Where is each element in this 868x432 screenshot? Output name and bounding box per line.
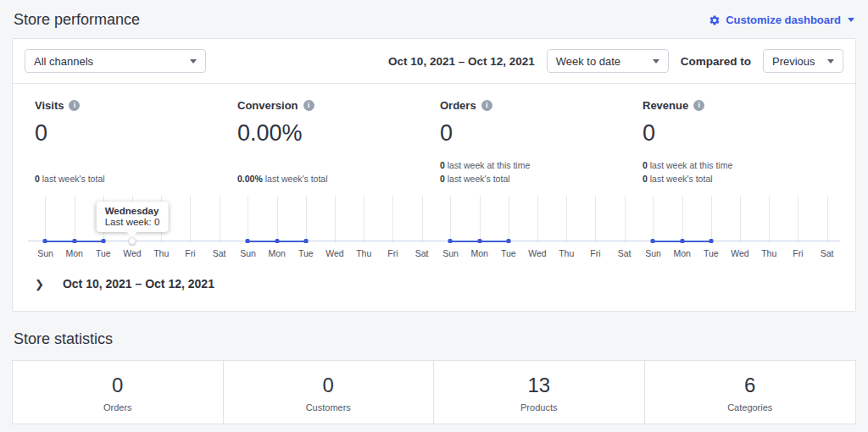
gear-icon	[709, 14, 721, 26]
period-select[interactable]: Week to date	[547, 49, 669, 73]
day-label: Sun	[645, 248, 661, 258]
day-label: Sat	[821, 248, 834, 258]
info-icon[interactable]: i	[693, 100, 704, 111]
day-label: Tue	[298, 248, 314, 258]
gridline	[480, 196, 481, 243]
stat-label: Orders	[13, 402, 223, 413]
gridline	[335, 196, 336, 243]
sparkline-chart-orders[interactable]: SunMonTueWedThuFriSat	[433, 196, 637, 260]
gridline	[277, 196, 278, 243]
data-point	[651, 239, 655, 243]
gridline	[190, 196, 191, 243]
sparkline-chart-visits[interactable]: Wednesday Last week: 0 SunMonTueWedThuFr…	[28, 196, 232, 260]
metric-label: Conversion	[237, 99, 298, 112]
day-label: Thu	[153, 248, 169, 258]
expand-date-row[interactable]: ❯ Oct 10, 2021 – Oct 12, 2021	[13, 260, 855, 311]
day-label: Fri	[590, 248, 600, 258]
compared-to-label: Compared to	[681, 55, 751, 68]
data-point	[506, 239, 510, 243]
metric-subline: 0.00% last week's total	[237, 174, 428, 184]
data-point	[680, 239, 684, 243]
stat-label: Products	[434, 402, 644, 413]
day-label: Sun	[240, 248, 256, 258]
gridline	[625, 196, 626, 243]
gridline	[45, 196, 46, 243]
metric-subline: 0 last week's total	[35, 174, 225, 184]
day-label: Mon	[673, 248, 690, 258]
tooltip-title: Wednesday	[105, 206, 160, 216]
gridline	[306, 196, 307, 243]
comparison-select[interactable]: Previous	[763, 49, 843, 73]
info-icon[interactable]: i	[303, 100, 314, 111]
stat-card-customers[interactable]: 0 Customers	[224, 361, 435, 424]
gridline	[450, 196, 451, 243]
day-label: Thu	[559, 248, 574, 258]
metric-subline: 0 last week at this time	[643, 160, 833, 170]
chevron-down-icon	[653, 59, 659, 64]
gridline	[740, 196, 741, 243]
chevron-down-icon	[190, 59, 197, 64]
day-label: Fri	[793, 248, 803, 258]
comparison-select-value: Previous	[772, 55, 815, 68]
stat-value: 0	[13, 374, 223, 397]
day-label: Fri	[387, 248, 398, 258]
day-label: Mon	[470, 248, 487, 258]
metric-value: 0.00%	[237, 120, 428, 147]
gridline	[392, 196, 393, 243]
stat-card-orders[interactable]: 0 Orders	[13, 361, 224, 424]
day-label: Wed	[326, 248, 343, 258]
filter-bar: All channels Oct 10, 2021 – Oct 12, 2021…	[13, 39, 855, 84]
stat-value: 0	[224, 374, 434, 397]
data-point	[303, 239, 308, 243]
expand-row-label: Oct 10, 2021 – Oct 12, 2021	[63, 277, 214, 291]
day-label: Thu	[356, 248, 371, 258]
metrics-grid: Visits i 0 0 last week's total Wednesday…	[13, 84, 855, 260]
chevron-down-icon	[827, 59, 834, 64]
sparkline-chart-revenue[interactable]: SunMonTueWedThuFriSat	[636, 196, 840, 260]
stat-card-products[interactable]: 13 Products	[434, 361, 645, 424]
metric-card-orders: Orders i 0 0 last week at this time 0 la…	[440, 99, 631, 260]
metric-value: 0	[440, 120, 631, 147]
day-label: Sat	[618, 248, 632, 258]
metric-label: Orders	[440, 99, 476, 112]
customize-dashboard-label: Customize dashboard	[726, 14, 841, 26]
channel-select-value: All channels	[34, 55, 93, 68]
metric-card-conversion: Conversion i 0.00% 0.00% last week's tot…	[237, 99, 428, 260]
gridline	[798, 196, 798, 243]
day-label: Sun	[442, 248, 459, 258]
day-label: Thu	[761, 248, 776, 258]
gridline	[595, 196, 596, 243]
gridline	[682, 196, 683, 243]
metric-subline: 0 last week at this time	[440, 160, 631, 170]
day-label: Tue	[501, 248, 516, 258]
info-icon[interactable]: i	[481, 100, 492, 111]
store-statistics-title: Store statistics	[14, 330, 854, 348]
sparkline-chart-conversion[interactable]: SunMonTueWedThuFriSat	[231, 196, 435, 260]
channel-select[interactable]: All channels	[25, 49, 206, 73]
gridline	[653, 196, 654, 243]
stat-label: Customers	[224, 402, 434, 413]
customize-dashboard-button[interactable]: Customize dashboard	[709, 14, 854, 26]
data-point	[709, 239, 713, 243]
data-point	[246, 239, 250, 243]
gridline	[248, 196, 248, 243]
store-performance-panel: All channels Oct 10, 2021 – Oct 12, 2021…	[12, 38, 856, 312]
page-title: Store performance	[14, 11, 140, 29]
gridline	[711, 196, 712, 243]
day-label: Tue	[96, 248, 111, 258]
gridline	[75, 196, 75, 243]
data-point	[477, 239, 481, 243]
stat-card-categories[interactable]: 6 Categories	[645, 361, 856, 424]
chevron-right-icon: ❯	[35, 279, 44, 290]
gridline	[769, 196, 770, 243]
stat-label: Categories	[645, 402, 856, 413]
metric-label: Revenue	[643, 99, 688, 112]
gridline	[364, 196, 364, 243]
day-label: Wed	[731, 248, 748, 258]
day-label: Wed	[528, 248, 546, 258]
info-icon[interactable]: i	[69, 100, 80, 111]
store-statistics-row: 0 Orders 0 Customers 13 Products 6 Categ…	[12, 360, 856, 424]
metric-card-revenue: Revenue i 0 0 last week at this time 0 l…	[643, 99, 833, 260]
page-header: Store performance Customize dashboard	[0, 0, 868, 38]
gridline	[509, 196, 509, 243]
